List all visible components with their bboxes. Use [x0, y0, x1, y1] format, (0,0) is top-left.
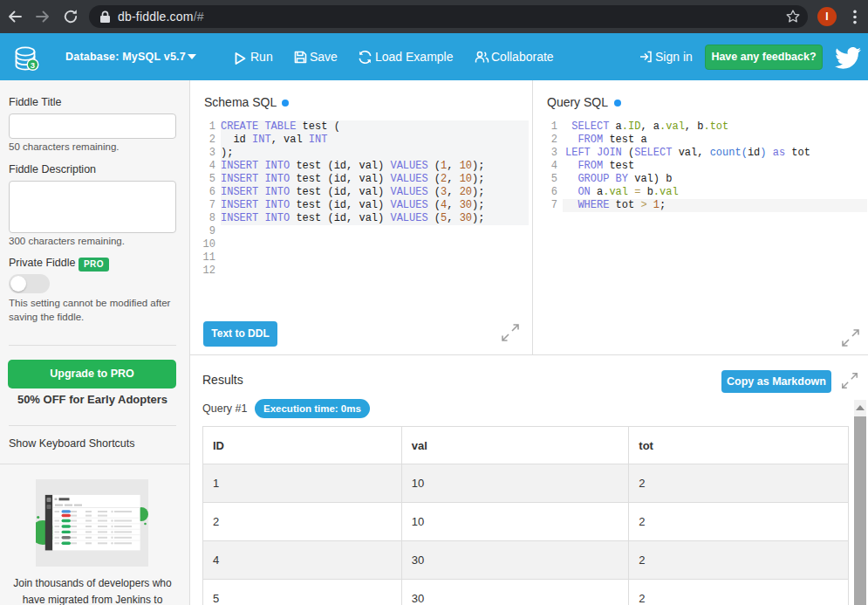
- svg-text:3: 3: [31, 60, 35, 70]
